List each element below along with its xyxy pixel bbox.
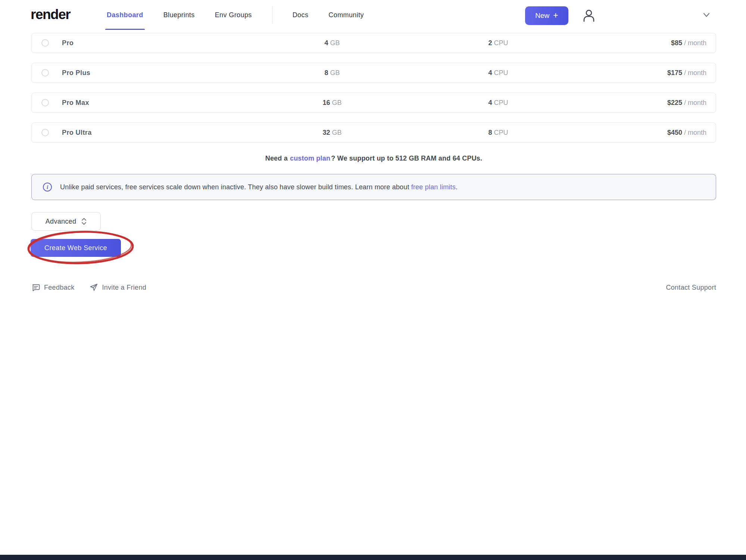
plan-cpu: 4 CPU <box>444 99 553 107</box>
banner-suffix: . <box>456 183 458 191</box>
plan-price: $175 / month <box>553 69 706 77</box>
price-unit: / month <box>684 99 706 106</box>
ram-value: 4 <box>324 39 328 47</box>
ram-unit: GB <box>332 129 342 136</box>
speech-bubble-icon <box>31 283 40 292</box>
plan-cpu: 8 CPU <box>444 129 553 137</box>
plan-name: Pro Max <box>62 99 221 107</box>
ram-unit: GB <box>330 69 340 77</box>
free-plan-limits-link[interactable]: free plan limits <box>411 183 456 191</box>
cpu-value: 4 <box>488 69 492 77</box>
price-unit: / month <box>684 129 706 136</box>
cpu-value: 2 <box>488 39 492 47</box>
contact-support-link[interactable]: Contact Support <box>666 284 716 292</box>
plan-row-pro-plus[interactable]: Pro Plus 8 GB 4 CPU $175 / month <box>31 63 716 83</box>
plan-ram: 8 GB <box>221 69 444 77</box>
custom-plan-line: Need acustom plan? We support up to 512 … <box>31 155 716 162</box>
nav-item-blueprints[interactable]: Blueprints <box>163 0 195 30</box>
create-button-label: Create Web Service <box>44 244 107 252</box>
page-footer: Feedback Invite a Friend Contact Support <box>31 279 716 296</box>
ram-value: 32 <box>322 129 330 136</box>
nav-links: Dashboard Blueprints Env Groups Docs Com… <box>107 0 364 30</box>
banner-text: Unlike paid services, free services scal… <box>60 183 458 191</box>
cpu-value: 8 <box>488 129 492 136</box>
plan-cpu: 2 CPU <box>444 39 553 47</box>
advanced-toggle-button[interactable]: Advanced <box>31 212 101 231</box>
ram-value: 8 <box>324 69 328 77</box>
nav-item-community[interactable]: Community <box>328 0 364 30</box>
plus-icon: + <box>553 10 558 21</box>
price-value: $450 <box>667 129 682 136</box>
cpu-unit: CPU <box>494 129 508 136</box>
nav-divider <box>272 7 272 23</box>
plan-name: Pro <box>62 39 221 47</box>
contact-support-label: Contact Support <box>666 284 716 292</box>
bottom-taskbar-edge <box>0 555 746 560</box>
radio-button[interactable] <box>41 39 49 47</box>
feedback-link[interactable]: Feedback <box>31 283 74 292</box>
price-value: $175 <box>667 69 682 77</box>
custom-plan-suffix: ? We support up to 512 GB RAM and 64 CPU… <box>331 155 482 162</box>
cpu-value: 4 <box>488 99 492 106</box>
radio-button[interactable] <box>41 129 49 136</box>
banner-message: Unlike paid services, free services scal… <box>60 183 409 191</box>
sort-chevrons-icon <box>81 217 87 225</box>
radio-button[interactable] <box>41 69 49 77</box>
cpu-unit: CPU <box>494 69 508 77</box>
plan-row-pro[interactable]: Pro 4 GB 2 CPU $85 / month <box>31 33 716 53</box>
plan-price: $225 / month <box>553 99 706 107</box>
price-value: $225 <box>667 99 682 106</box>
custom-plan-prefix: Need a <box>265 155 288 162</box>
new-button-label: New <box>535 12 549 20</box>
plan-name: Pro Ultra <box>62 129 221 137</box>
info-circle-icon: i <box>43 183 52 192</box>
person-icon[interactable] <box>581 7 597 24</box>
nav-item-docs[interactable]: Docs <box>293 0 309 30</box>
create-web-service-button[interactable]: Create Web Service <box>31 239 121 257</box>
paper-plane-icon <box>89 283 98 292</box>
plan-name: Pro Plus <box>62 69 221 77</box>
invite-label: Invite a Friend <box>102 284 146 292</box>
price-value: $85 <box>671 39 682 47</box>
nav-item-dashboard[interactable]: Dashboard <box>107 0 143 30</box>
ram-unit: GB <box>332 99 342 106</box>
plan-row-pro-ultra[interactable]: Pro Ultra 32 GB 8 CPU $450 / month <box>31 122 716 143</box>
plan-price: $450 / month <box>553 129 706 137</box>
ram-unit: GB <box>330 39 340 47</box>
plan-ram: 32 GB <box>221 129 444 137</box>
plan-ram: 16 GB <box>221 99 444 107</box>
nav-item-env-groups[interactable]: Env Groups <box>215 0 252 30</box>
plan-cpu: 4 CPU <box>444 69 553 77</box>
render-dashboard-page: { "nav": { "logo": "render", "items": [ … <box>0 0 746 560</box>
price-unit: / month <box>684 39 706 47</box>
cpu-unit: CPU <box>494 99 508 106</box>
free-plan-info-banner: i Unlike paid services, free services sc… <box>31 174 716 200</box>
top-navigation: render Dashboard Blueprints Env Groups D… <box>0 0 746 30</box>
cpu-unit: CPU <box>494 39 508 47</box>
render-logo[interactable]: render <box>31 7 70 22</box>
plan-row-pro-max[interactable]: Pro Max 16 GB 4 CPU $225 / month <box>31 93 716 113</box>
chevron-down-icon[interactable] <box>702 11 711 19</box>
invite-friend-link[interactable]: Invite a Friend <box>89 283 146 292</box>
plan-price: $85 / month <box>553 39 706 47</box>
ram-value: 16 <box>322 99 330 106</box>
feedback-label: Feedback <box>44 284 74 292</box>
price-unit: / month <box>684 69 706 77</box>
custom-plan-link[interactable]: custom plan <box>290 155 330 162</box>
plan-ram: 4 GB <box>221 39 444 47</box>
new-button[interactable]: New + <box>525 6 568 25</box>
radio-button[interactable] <box>41 99 49 106</box>
advanced-label: Advanced <box>46 218 76 225</box>
